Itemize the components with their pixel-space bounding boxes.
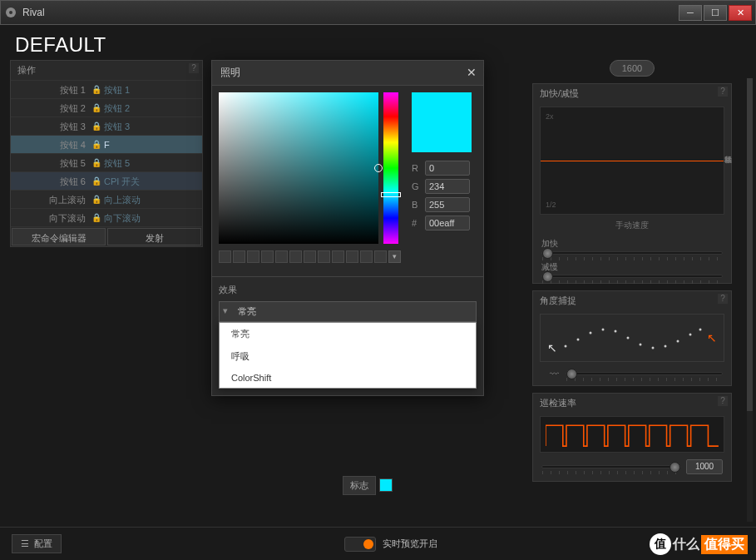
polling-graph xyxy=(540,416,724,453)
svg-point-13 xyxy=(699,329,702,331)
accel-fast-slider[interactable] xyxy=(541,251,723,255)
effect-select[interactable]: 常亮 xyxy=(219,301,477,322)
svg-point-9 xyxy=(652,347,655,349)
effect-option[interactable]: 呼吸 xyxy=(220,345,476,368)
action-row[interactable]: 按钮 1🔒按钮 1 xyxy=(11,80,202,98)
lock-icon: 🔒 xyxy=(91,136,102,153)
wave-icon: 〰 xyxy=(541,369,559,379)
help-icon[interactable]: ? xyxy=(718,87,728,97)
logo-color-swatch xyxy=(379,478,393,492)
swatch[interactable] xyxy=(346,250,358,263)
close-icon[interactable]: ✕ xyxy=(467,66,477,79)
preview-label: 实时预览开启 xyxy=(383,538,437,550)
angle-title: 角度捕捉 xyxy=(540,295,576,305)
color-swatches: ▾ xyxy=(219,250,477,263)
hex-input[interactable]: 00eaff xyxy=(425,216,470,230)
swatch[interactable] xyxy=(247,250,259,263)
swatch[interactable] xyxy=(318,250,330,263)
action-row[interactable]: 按钮 3🔒按钮 3 xyxy=(11,116,202,135)
actions-title: 操作 xyxy=(17,65,36,75)
polling-slider[interactable] xyxy=(541,465,681,468)
svg-point-6 xyxy=(615,330,617,333)
effect-dropdown: 常亮 呼吸 ColorShift xyxy=(219,322,477,389)
action-row[interactable]: 向下滚动🔒向下滚动 xyxy=(11,208,202,226)
profile-name: DEFAULT xyxy=(0,25,756,60)
help-icon[interactable]: ? xyxy=(189,63,199,73)
accel-slow-slider[interactable] xyxy=(541,275,723,278)
watermark: 值 什么 值得买 xyxy=(650,533,748,555)
action-row[interactable]: 按钮 6🔒CPI 开关 xyxy=(11,171,202,190)
cursor-white-icon: ↖ xyxy=(547,341,557,354)
svg-point-8 xyxy=(640,344,642,346)
lock-icon: 🔒 xyxy=(91,209,102,226)
swatch[interactable] xyxy=(304,250,316,263)
action-row[interactable]: 向上滚动🔒向上滚动 xyxy=(11,190,202,208)
list-icon: ☰ xyxy=(21,538,29,549)
svg-point-2 xyxy=(565,345,567,348)
effect-title: 效果 xyxy=(219,284,477,296)
swatch[interactable] xyxy=(332,250,344,263)
preview-toggle[interactable] xyxy=(344,537,376,552)
macro-editor-button[interactable]: 宏命令编辑器 xyxy=(12,228,106,245)
red-input[interactable]: 0 xyxy=(425,161,470,176)
svg-point-5 xyxy=(602,329,605,331)
accel-panel: 加快/减慢? 2x 1/2 鼠标移动 手动速度 加快 减慢 xyxy=(532,83,732,284)
green-input[interactable]: 234 xyxy=(425,179,470,194)
window-title: Rival xyxy=(22,7,677,18)
bottom-bar: ☰ 配置 实时预览开启 值 什么 值得买 xyxy=(0,527,756,560)
lock-icon: 🔒 xyxy=(91,117,102,135)
cursor-orange-icon: ↖ xyxy=(707,331,717,344)
swatch[interactable] xyxy=(289,250,302,263)
swatch-dropdown[interactable]: ▾ xyxy=(388,250,401,263)
help-icon[interactable]: ? xyxy=(718,396,728,406)
action-row[interactable]: 按钮 4🔒F xyxy=(11,135,202,153)
actions-panel: 操作? 按钮 1🔒按钮 1 按钮 2🔒按钮 2 按钮 3🔒按钮 3 按钮 4🔒F… xyxy=(10,60,203,247)
swatch[interactable] xyxy=(360,250,373,263)
action-row[interactable]: 按钮 2🔒按钮 2 xyxy=(11,98,202,116)
accel-title: 加快/减慢 xyxy=(540,88,579,98)
polling-value[interactable]: 1000 xyxy=(686,459,723,474)
swatch[interactable] xyxy=(374,250,387,263)
lock-icon: 🔒 xyxy=(91,81,102,98)
lock-icon: 🔒 xyxy=(91,191,102,208)
svg-point-12 xyxy=(689,334,692,336)
color-saturation-picker[interactable] xyxy=(219,92,378,244)
lock-icon: 🔒 xyxy=(91,154,102,171)
minimize-button[interactable]: ─ xyxy=(679,5,702,21)
svg-point-1 xyxy=(9,11,12,14)
color-hue-slider[interactable] xyxy=(383,92,398,244)
maximize-button[interactable]: ☐ xyxy=(704,5,727,21)
lock-icon: 🔒 xyxy=(91,99,102,116)
swatch[interactable] xyxy=(233,250,245,263)
svg-point-3 xyxy=(577,339,580,341)
launch-button[interactable]: 发射 xyxy=(107,228,201,245)
angle-graph: ↖ ↖ xyxy=(540,314,724,362)
swatch[interactable] xyxy=(261,250,274,263)
angle-slider[interactable] xyxy=(566,372,723,375)
close-button[interactable]: ✕ xyxy=(729,5,752,21)
blue-input[interactable]: 255 xyxy=(425,197,470,212)
window-titlebar: Rival ─ ☐ ✕ xyxy=(0,0,756,25)
swatch[interactable] xyxy=(275,250,288,263)
svg-point-10 xyxy=(665,345,667,348)
effect-option[interactable]: ColorShift xyxy=(220,368,476,388)
config-button[interactable]: ☰ 配置 xyxy=(12,534,62,553)
help-icon[interactable]: ? xyxy=(718,294,728,304)
cpi-badge[interactable]: 1600 xyxy=(610,60,655,77)
swatch[interactable] xyxy=(219,250,231,263)
app-icon xyxy=(4,6,17,19)
lighting-title: 照明 xyxy=(220,67,240,78)
scrollbar[interactable] xyxy=(747,78,753,522)
accel-graph: 2x 1/2 鼠标移动 xyxy=(540,107,724,215)
svg-point-11 xyxy=(677,340,679,343)
color-preview xyxy=(412,92,472,152)
svg-point-7 xyxy=(627,337,630,339)
polling-panel: 巡检速率? 1000 xyxy=(532,393,732,482)
effect-option[interactable]: 常亮 xyxy=(220,323,476,345)
action-row[interactable]: 按钮 5🔒按钮 5 xyxy=(11,153,202,171)
logo-zone-marker[interactable]: 标志 xyxy=(343,476,393,495)
lighting-dialog: 照明✕ R0 G234 B255 #00eaff xyxy=(211,60,484,396)
lock-icon: 🔒 xyxy=(91,172,102,190)
polling-title: 巡检速率 xyxy=(540,398,576,408)
angle-panel: 角度捕捉? ↖ ↖ 〰 xyxy=(532,290,732,386)
